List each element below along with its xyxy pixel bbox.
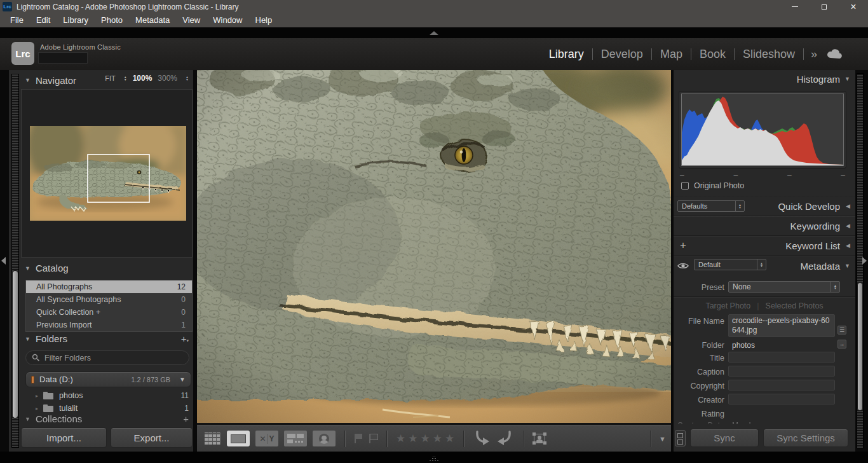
quick-develop-header[interactable]: Defaults ▲▼ Quick Develop ◀ bbox=[674, 197, 855, 215]
show-filmstrip-handle[interactable] bbox=[429, 455, 439, 460]
flag-pick-icon[interactable] bbox=[354, 434, 363, 443]
star-icon[interactable]: ★ bbox=[421, 433, 430, 444]
catalog-item-all-synced[interactable]: All Synced Photographs 0 bbox=[26, 293, 192, 306]
folders-header[interactable]: ▼ Folders +▾ bbox=[21, 333, 193, 344]
compare-view-icon[interactable]: ✕Y bbox=[255, 431, 278, 446]
eye-icon[interactable] bbox=[677, 261, 689, 272]
spinner-icon[interactable]: ▲▼ bbox=[124, 76, 127, 81]
metadata-preset-dropdown[interactable]: None ▲▼ bbox=[728, 281, 840, 293]
minimize-button[interactable] bbox=[780, 0, 810, 13]
histogram-panel[interactable] bbox=[679, 91, 846, 169]
toolbar-separator bbox=[523, 431, 524, 447]
menu-edit[interactable]: Edit bbox=[30, 13, 57, 27]
caption-field[interactable] bbox=[728, 366, 835, 377]
menu-file[interactable]: File bbox=[4, 13, 30, 27]
target-photo-tab[interactable]: Target Photo bbox=[705, 301, 750, 310]
metadata-view-dropdown[interactable]: Default ▲▼ bbox=[694, 259, 766, 270]
collections-header-clipped[interactable]: ▼ Collections + bbox=[21, 415, 193, 422]
go-to-folder-icon[interactable]: → bbox=[837, 340, 846, 349]
close-button[interactable]: × bbox=[839, 0, 868, 13]
add-collection-icon[interactable]: + bbox=[183, 415, 189, 422]
module-overflow-icon[interactable]: » bbox=[811, 48, 817, 61]
quick-develop-preset-dropdown[interactable]: Defaults ▲▼ bbox=[677, 200, 745, 212]
keywording-header[interactable]: Keywording ◀ bbox=[674, 217, 855, 235]
navigator-header[interactable]: ▼ Navigator FIT ▲▼ 100% 300% ▲▼ bbox=[21, 73, 190, 88]
keyword-list-header[interactable]: + Keyword List ◀ bbox=[674, 237, 855, 254]
grid-view-icon[interactable] bbox=[205, 432, 221, 445]
catalog-item-quick-collection[interactable]: Quick Collection + 0 bbox=[26, 306, 192, 319]
navigator-zoom-100[interactable]: 100% bbox=[133, 74, 153, 83]
add-folder-icon[interactable]: +▾ bbox=[181, 333, 189, 344]
drive-name: Data (D:) bbox=[39, 375, 73, 384]
folder-value[interactable]: photos bbox=[732, 341, 755, 350]
metadata-header[interactable]: Default ▲▼ Metadata ▼ bbox=[674, 257, 855, 277]
menu-help[interactable]: Help bbox=[249, 13, 279, 27]
auto-sync-toggle-icon[interactable] bbox=[675, 430, 686, 446]
menu-photo[interactable]: Photo bbox=[95, 13, 129, 27]
catalog-header[interactable]: ▼ Catalog bbox=[21, 263, 69, 273]
menu-window[interactable]: Window bbox=[207, 13, 248, 27]
collapse-left-panel-icon[interactable] bbox=[1, 257, 6, 265]
add-keyword-icon[interactable]: + bbox=[680, 239, 686, 252]
histogram-chart[interactable] bbox=[681, 93, 844, 166]
file-name-menu-icon[interactable]: ☰ bbox=[837, 326, 846, 335]
face-region-icon[interactable] bbox=[532, 432, 546, 445]
rotate-left-icon[interactable] bbox=[473, 430, 491, 448]
star-icon[interactable]: ★ bbox=[408, 433, 417, 444]
show-top-panel-handle[interactable] bbox=[430, 31, 438, 35]
menu-library[interactable]: Library bbox=[57, 13, 95, 27]
star-rating[interactable]: ★★★★★ bbox=[396, 433, 454, 444]
left-panel-scrollbar[interactable] bbox=[11, 74, 19, 448]
toolbar-options-dropdown-icon[interactable]: ▼ bbox=[659, 435, 666, 443]
catalog-item-previous-import[interactable]: Previous Import 1 bbox=[26, 319, 192, 331]
menu-view[interactable]: View bbox=[176, 13, 207, 27]
people-view-icon[interactable] bbox=[313, 431, 336, 446]
loupe-photo-crocodile[interactable] bbox=[197, 70, 671, 423]
sync-button[interactable]: Sync bbox=[690, 429, 759, 447]
import-button[interactable]: Import... bbox=[21, 427, 107, 448]
identity-plate[interactable] bbox=[38, 52, 88, 64]
file-name-value[interactable]: crocodile--pexels-pixabay-60644.jpg bbox=[728, 314, 835, 337]
rotate-right-icon[interactable] bbox=[496, 430, 514, 448]
original-photo-row[interactable]: Original Photo bbox=[681, 181, 744, 190]
navigator-thumbnail[interactable] bbox=[30, 126, 186, 221]
right-scrollbar-thumb[interactable] bbox=[857, 282, 863, 411]
module-develop[interactable]: Develop bbox=[600, 48, 644, 61]
filter-folders-input[interactable]: Filter Folders bbox=[25, 350, 189, 365]
chevron-down-icon[interactable]: ▼ bbox=[179, 376, 186, 383]
left-scrollbar-thumb[interactable] bbox=[12, 270, 18, 418]
title-field[interactable] bbox=[728, 352, 835, 363]
selected-photos-tab[interactable]: Selected Photos bbox=[766, 301, 824, 310]
histogram-header[interactable]: Histogram ▼ bbox=[674, 70, 855, 88]
drive-row[interactable]: Data (D:) 1.2 / 873 GB ▼ bbox=[25, 371, 191, 387]
module-book[interactable]: Book bbox=[698, 48, 727, 61]
sync-settings-button[interactable]: Sync Settings bbox=[763, 429, 848, 447]
navigator-fit[interactable]: FIT bbox=[105, 74, 116, 82]
creator-field[interactable] bbox=[728, 394, 835, 404]
original-photo-checkbox[interactable] bbox=[681, 182, 689, 190]
restore-button[interactable] bbox=[810, 0, 839, 13]
menu-metadata[interactable]: Metadata bbox=[129, 13, 176, 27]
cloud-sync-icon[interactable] bbox=[826, 48, 843, 61]
loupe-view-icon[interactable] bbox=[227, 431, 250, 446]
folder-item-tulalit[interactable]: ▸ tulalit 1 bbox=[25, 402, 193, 415]
module-map[interactable]: Map bbox=[659, 48, 684, 61]
navigator-zoom-300[interactable]: 300% bbox=[158, 74, 177, 83]
star-icon[interactable]: ★ bbox=[433, 433, 442, 444]
folder-item-photos[interactable]: ▸ photos 11 bbox=[25, 389, 193, 402]
collapse-right-panel-icon[interactable] bbox=[862, 257, 867, 265]
module-library[interactable]: Library bbox=[548, 48, 585, 61]
spinner-icon[interactable]: ▲▼ bbox=[186, 76, 189, 81]
star-icon[interactable]: ★ bbox=[445, 433, 454, 444]
flag-reject-icon[interactable]: ✕ bbox=[369, 434, 377, 443]
copyright-field[interactable] bbox=[728, 380, 835, 390]
survey-view-icon[interactable] bbox=[284, 431, 307, 446]
export-button[interactable]: Export... bbox=[111, 427, 193, 448]
disclosure-icon[interactable]: ▸ bbox=[36, 406, 38, 411]
navigator-preview[interactable] bbox=[21, 89, 193, 258]
star-icon[interactable]: ★ bbox=[396, 433, 405, 444]
catalog-item-all-photographs[interactable]: All Photographs 12 bbox=[26, 280, 192, 293]
disclosure-icon[interactable]: ▸ bbox=[36, 393, 38, 399]
item-count: 12 bbox=[177, 282, 186, 291]
module-slideshow[interactable]: Slideshow bbox=[742, 48, 796, 61]
